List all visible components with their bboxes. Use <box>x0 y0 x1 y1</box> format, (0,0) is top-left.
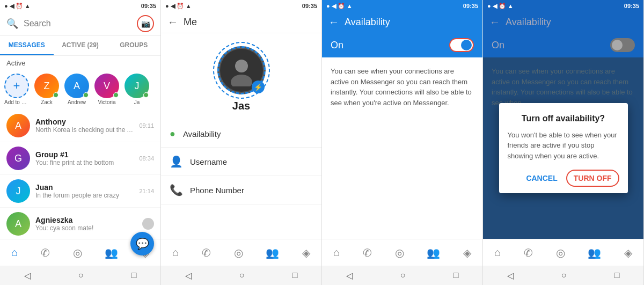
phone-icon: 📞 <box>170 184 182 196</box>
avatar-agnieszka: A <box>6 212 30 236</box>
status-time-p3: 09:35 <box>463 3 478 9</box>
menu-availability[interactable]: ● Availability <box>161 121 321 148</box>
nav-calls-p3[interactable]: ✆ <box>361 244 374 261</box>
home-btn-p2[interactable]: ○ <box>239 271 245 280</box>
recent-btn-p2[interactable]: □ <box>292 271 298 280</box>
nav-calls-p4[interactable]: ✆ <box>522 244 535 261</box>
msg-item-juan[interactable]: J Juan In the forum people are crazy 21:… <box>0 175 160 208</box>
active-name-zack: Zack <box>41 99 53 105</box>
msg-time-juan: 21:14 <box>139 188 154 194</box>
add-to-day-button[interactable]: + Add to your day <box>4 74 29 105</box>
back-btn-p2[interactable]: ◁ <box>185 271 192 281</box>
nav-home-p2[interactable]: ⌂ <box>170 244 181 261</box>
recent-btn-p3[interactable]: □ <box>453 271 459 280</box>
back-btn-p4[interactable]: ◁ <box>507 271 514 281</box>
p2-menu: ● Availability 👤 Username 📞 Phone Number <box>161 121 321 239</box>
status-icons-left-p3: ● ◀ ⏰ ▲ <box>326 3 353 10</box>
dialog-cancel-button[interactable]: CANCEL <box>522 171 561 186</box>
profile-avatar-wrap: ⚡ <box>217 46 266 94</box>
compose-fab[interactable]: 💬 <box>130 232 154 255</box>
panel-messages: ● ◀ ⏰ ▲ 09:35 🔍 📷 MESSAGES ACTIVE (29) G… <box>0 0 161 285</box>
status-icons-left-p4: ● ◀ ⏰ ▲ <box>487 3 514 10</box>
active-name-andrew: Andrew <box>68 99 86 105</box>
back-button-p1[interactable]: ◁ <box>24 271 31 281</box>
msg-name-agnieszka: Agnieszka <box>35 216 137 224</box>
p2-header: ← Me <box>161 12 321 33</box>
search-icon: 🔍 <box>6 18 18 30</box>
status-bar-p1: ● ◀ ⏰ ▲ 09:35 <box>0 0 160 12</box>
online-dot-victoria <box>113 92 119 98</box>
avatar-anthony: A <box>6 114 30 137</box>
msg-thumb-agnieszka <box>142 218 154 230</box>
menu-label-username: Username <box>190 157 227 166</box>
nav-people[interactable]: 👥 <box>103 244 120 261</box>
tabs-bar: MESSAGES ACTIVE (29) GROUPS <box>0 36 160 56</box>
nav-home-p3[interactable]: ⌂ <box>331 244 342 261</box>
home-btn-p4[interactable]: ○ <box>561 271 567 280</box>
bottom-nav-p4: ⌂ ✆ ◎ 👥 ◈ <box>483 239 643 266</box>
messenger-badge: ⚡ <box>252 81 265 93</box>
panel-availability: ● ◀ ⏰ ▲ 09:35 ← Availability On You can … <box>322 0 483 285</box>
nav-people-p4[interactable]: 👥 <box>586 244 603 261</box>
status-bar-p2: ● ◀ ⏰ ▲ 09:35 <box>161 0 321 12</box>
nav-camera-p2[interactable]: ◎ <box>232 244 245 261</box>
msg-preview-juan: In the forum people are crazy <box>35 192 134 199</box>
active-user-andrew[interactable]: A Andrew <box>64 74 89 105</box>
tab-active[interactable]: ACTIVE (29) <box>54 36 107 55</box>
msg-preview-anthony: North Korea is checking out the America.… <box>35 126 134 134</box>
menu-phone[interactable]: 📞 Phone Number <box>161 176 321 204</box>
active-user-zack[interactable]: Z Zack <box>34 74 59 105</box>
p4-header: ← Availability <box>483 12 643 33</box>
dialog-turnoff-button[interactable]: TURN OFF <box>566 170 619 187</box>
tab-groups[interactable]: GROUPS <box>107 36 160 55</box>
nav-home[interactable]: ⌂ <box>9 244 20 261</box>
tab-messages[interactable]: MESSAGES <box>0 36 54 55</box>
recent-button-p1[interactable]: □ <box>131 271 137 280</box>
android-nav-p3: ◁ ○ □ <box>322 266 482 285</box>
msg-name-juan: Juan <box>35 183 134 192</box>
status-bar-p3: ● ◀ ⏰ ▲ 09:35 <box>322 0 482 12</box>
p3-description: You can see when your connections are ac… <box>331 66 474 108</box>
active-users-row: + Add to your day Z Zack A Andrew V <box>0 70 160 109</box>
nav-camera[interactable]: ◎ <box>71 244 84 261</box>
active-user-victoria[interactable]: V Victoria <box>94 74 119 105</box>
camera-button[interactable]: 📷 <box>137 15 154 32</box>
android-nav-p4: ◁ ○ □ <box>483 266 643 285</box>
p4-toggle-row: On <box>483 33 643 57</box>
availability-toggle-p4[interactable] <box>610 38 635 52</box>
add-avatar: + <box>4 74 29 98</box>
menu-username[interactable]: 👤 Username <box>161 148 321 176</box>
availability-toggle[interactable] <box>449 38 474 52</box>
back-button-p2[interactable]: ← <box>167 16 178 28</box>
add-label: Add to your day <box>4 99 29 105</box>
panel-availability-dialog: ● ◀ ⏰ ▲ 09:35 ← Availability On You can … <box>483 0 644 285</box>
nav-discover-p2[interactable]: ◈ <box>300 244 312 261</box>
msg-item-group1[interactable]: G Group #1 You: fine print at the bottom… <box>0 142 160 175</box>
nav-discover-p3[interactable]: ◈ <box>461 244 473 261</box>
status-icons-left: ● ◀ ⏰ ▲ <box>4 3 31 10</box>
nav-people-p2[interactable]: 👥 <box>264 244 281 261</box>
nav-discover-p4[interactable]: ◈ <box>622 244 634 261</box>
home-btn-p3[interactable]: ○ <box>400 271 406 280</box>
panel-me: ● ◀ ⏰ ▲ 09:35 ← Me ⚡ Jas ● <box>161 0 322 285</box>
nav-camera-p3[interactable]: ◎ <box>393 244 406 261</box>
search-input[interactable] <box>24 19 131 28</box>
back-btn-p3[interactable]: ◁ <box>346 271 353 281</box>
msg-time-group1: 08:34 <box>139 155 154 162</box>
bottom-nav-p2: ⌂ ✆ ◎ 👥 ◈ <box>161 239 321 266</box>
home-button-p1[interactable]: ○ <box>78 271 84 280</box>
nav-people-p3[interactable]: 👥 <box>425 244 442 261</box>
p4-title: Availability <box>506 17 551 28</box>
active-user-ja[interactable]: J Ja <box>125 74 149 105</box>
nav-calls-p2[interactable]: ✆ <box>200 244 213 261</box>
msg-item-anthony[interactable]: A Anthony North Korea is checking out th… <box>0 109 160 142</box>
nav-calls[interactable]: ✆ <box>39 244 52 261</box>
nav-home-p4[interactable]: ⌂ <box>492 244 503 261</box>
nav-camera-p4[interactable]: ◎ <box>554 244 567 261</box>
recent-btn-p4[interactable]: □ <box>614 271 620 280</box>
back-button-p3[interactable]: ← <box>328 16 339 28</box>
bottom-nav-p3: ⌂ ✆ ◎ 👥 ◈ <box>322 239 482 266</box>
menu-label-phone: Phone Number <box>190 186 244 195</box>
back-button-p4[interactable]: ← <box>489 16 500 28</box>
dialog-box: Turn off availability? You won't be able… <box>499 103 628 194</box>
